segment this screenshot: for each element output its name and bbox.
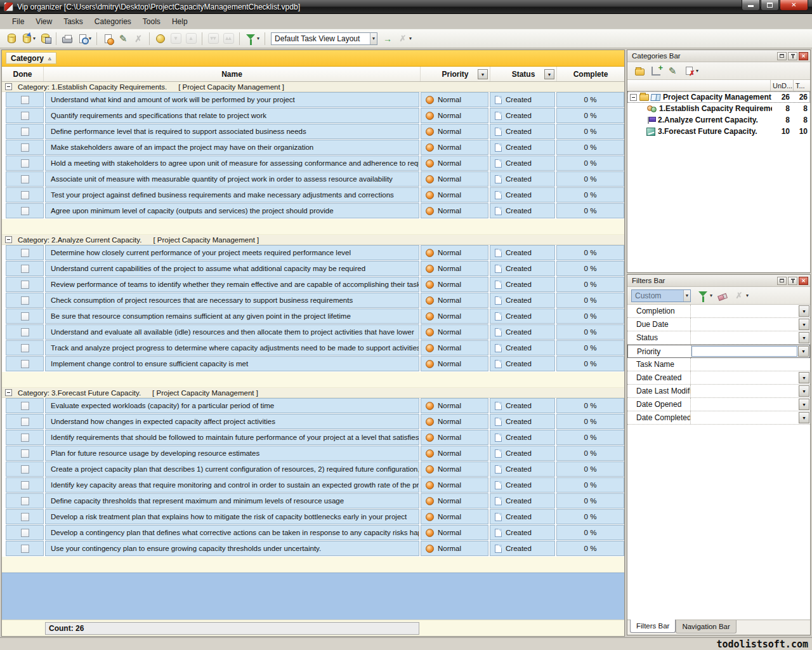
task-name-cell[interactable]: Track and analyze project progress to de… [45,340,419,355]
task-status-cell[interactable]: Created [490,414,555,429]
print-button[interactable] [60,32,75,46]
task-name-cell[interactable]: Develop a contingency plan that defines … [45,525,419,540]
chevron-down-icon[interactable]: ▼ [370,33,377,44]
task-complete-cell[interactable]: 0 % [556,261,624,276]
task-complete-cell[interactable]: 0 % [556,92,624,107]
task-checkbox[interactable] [21,418,29,426]
task-checkbox[interactable] [21,143,29,152]
filter-preset-combo[interactable]: Custom ▼ [631,289,691,302]
column-header-complete[interactable]: Complete [557,67,624,81]
task-name-cell[interactable]: Implement change control to ensure suffi… [45,356,419,371]
task-name-cell[interactable]: Create a project capacity plan that desc… [45,461,419,477]
chevron-down-icon[interactable]: ▼ [798,346,809,357]
task-checkbox[interactable] [21,296,29,305]
task-complete-cell[interactable]: 0 % [556,493,624,508]
panel-pin-button[interactable] [788,52,797,60]
column-header-status[interactable]: Status ▼ [490,67,557,81]
task-complete-cell[interactable]: 0 % [556,477,624,493]
task-priority-cell[interactable]: Normal [421,461,488,477]
task-checkbox[interactable] [21,312,29,321]
task-checkbox[interactable] [21,449,29,458]
chevron-down-icon[interactable]: ▼ [799,385,809,397]
task-name-cell[interactable]: Understand and evaluate all available (i… [45,324,419,340]
task-status-cell[interactable]: Created [490,541,555,556]
new-category-button[interactable] [631,64,648,78]
task-complete-cell[interactable]: 0 % [556,461,624,477]
tree-category-item[interactable]: 1.Establish Capacity Requirements.88 [627,103,810,114]
column-header-name[interactable]: Name [44,67,421,81]
chevron-down-icon[interactable]: ▼ [799,332,809,343]
task-status-cell[interactable]: Created [490,203,555,218]
move-top-button[interactable]: ▴▴ [221,32,236,46]
save-database-button[interactable] [37,32,53,46]
new-database-button[interactable] [4,32,19,46]
delete-category-button[interactable] [681,64,697,78]
task-priority-cell[interactable]: Normal [421,124,488,139]
task-priority-cell[interactable]: Normal [421,245,488,260]
collapse-icon[interactable] [5,236,12,243]
task-checkbox[interactable] [21,207,29,215]
minimize-button[interactable] [742,0,760,11]
tree-column-undone[interactable]: UnD... [771,80,794,91]
task-complete-cell[interactable]: 0 % [556,245,624,260]
task-complete-cell[interactable]: 0 % [556,308,624,324]
task-name-cell[interactable]: Identify key capacity areas that require… [45,477,419,493]
category-group-row[interactable]: Category: 1.Establish Capacity Requireme… [2,82,624,92]
panel-close-button[interactable]: ✕ [799,52,808,60]
task-name-cell[interactable]: Associate unit of measure with measurabl… [45,171,419,187]
task-status-cell[interactable]: Created [490,340,555,355]
task-status-cell[interactable]: Created [490,124,555,139]
task-status-cell[interactable]: Created [490,187,555,202]
task-status-cell[interactable]: Created [490,92,555,107]
task-status-cell[interactable]: Created [490,461,555,477]
priority-filter-dropdown[interactable]: ▼ [478,69,488,79]
group-by-category-button[interactable]: Category ▵ [6,52,56,64]
column-header-done[interactable]: Done [2,67,44,81]
task-complete-cell[interactable]: 0 % [556,446,624,461]
task-complete-cell[interactable]: 0 % [556,430,624,445]
task-checkbox[interactable] [21,434,29,442]
task-complete-cell[interactable]: 0 % [556,187,624,202]
layout-combo[interactable]: Default Task View Layout ▼ [271,32,377,45]
task-complete-cell[interactable]: 0 % [556,203,624,218]
task-priority-cell[interactable]: Normal [421,324,488,340]
delete-layout-button[interactable]: ✗ [395,32,410,46]
task-name-cell[interactable]: Quantify requirements and specifications… [45,108,419,123]
task-status-cell[interactable]: Created [490,430,555,445]
task-name-cell[interactable]: Understand current capabilities of the p… [45,261,419,276]
task-priority-cell[interactable]: Normal [421,430,488,445]
task-checkbox[interactable] [21,465,29,474]
task-checkbox[interactable] [21,545,29,553]
task-priority-cell[interactable]: Normal [421,414,488,429]
task-priority-cell[interactable]: Normal [421,308,488,324]
task-status-cell[interactable]: Created [490,171,555,187]
task-name-cell[interactable]: Hold a meeting with stakeholders to agre… [45,156,419,171]
tree-column-total[interactable]: T... [794,80,810,91]
task-priority-cell[interactable]: Normal [421,446,488,461]
task-checkbox[interactable] [21,128,29,136]
task-priority-cell[interactable]: Normal [421,477,488,493]
task-checkbox[interactable] [21,191,29,199]
task-priority-cell[interactable]: Normal [421,108,488,123]
add-subcategory-button[interactable] [648,64,664,78]
task-priority-cell[interactable]: Normal [421,493,488,508]
task-checkbox[interactable] [21,281,29,289]
task-priority-cell[interactable]: Normal [421,541,488,556]
apply-layout-button[interactable]: → [380,32,395,46]
task-complete-cell[interactable]: 0 % [556,277,624,292]
task-priority-cell[interactable]: Normal [421,356,488,371]
filter-row-task-name[interactable]: Task Name [627,358,810,371]
task-status-cell[interactable]: Created [490,308,555,324]
move-bottom-button[interactable]: ▾▾ [206,32,221,46]
task-status-cell[interactable]: Created [490,398,555,413]
panel-pin-button[interactable] [788,277,797,285]
task-status-cell[interactable]: Created [490,509,555,524]
task-complete-cell[interactable]: 0 % [556,356,624,371]
menu-item-categories[interactable]: Categories [89,15,137,28]
task-priority-cell[interactable]: Normal [421,156,488,171]
filter-row-date-created[interactable]: Date Created▼ [627,371,810,385]
task-status-cell[interactable]: Created [490,108,555,123]
chevron-down-icon[interactable]: ▼ [799,399,809,410]
collapse-icon[interactable] [5,83,12,90]
task-priority-cell[interactable]: Normal [421,340,488,355]
